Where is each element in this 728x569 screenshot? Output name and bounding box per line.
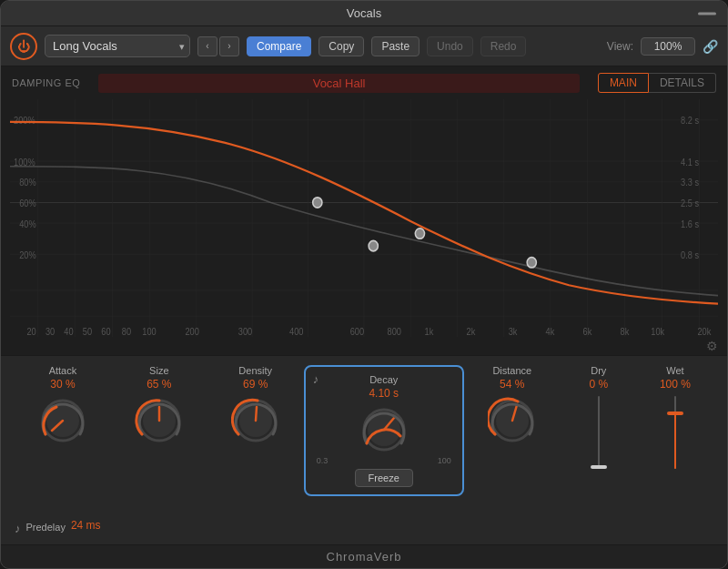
svg-text:6k: 6k: [583, 326, 592, 337]
svg-text:4.1 s: 4.1 s: [681, 157, 699, 168]
svg-text:300: 300: [238, 326, 253, 337]
svg-text:100: 100: [142, 326, 157, 337]
compare-button[interactable]: Compare: [247, 36, 311, 56]
wet-slider-thumb[interactable]: [667, 412, 683, 415]
size-value: 65 %: [147, 378, 171, 391]
svg-text:0.8 s: 0.8 s: [681, 249, 699, 260]
view-label: View:: [607, 40, 633, 53]
wet-slider-container[interactable]: [674, 396, 676, 469]
eq-section: DAMPING EQ Vocal Hall MAIN DETAILS: [1, 66, 727, 355]
main-tab[interactable]: MAIN: [598, 73, 649, 93]
svg-point-36: [313, 198, 322, 208]
wet-fill: [674, 414, 676, 469]
attack-group: Attack 30 %: [15, 365, 111, 445]
svg-text:400: 400: [289, 326, 304, 337]
svg-text:60%: 60%: [19, 198, 36, 209]
svg-text:1.6 s: 1.6 s: [681, 218, 699, 229]
controls-section: Attack 30 % Size 65 %: [1, 355, 727, 519]
svg-text:3.3 s: 3.3 s: [681, 178, 699, 188]
minimize-button[interactable]: [698, 12, 716, 15]
power-button[interactable]: ⏻: [10, 33, 37, 60]
svg-text:10k: 10k: [651, 326, 664, 337]
decay-min: 0.3: [317, 456, 329, 465]
svg-text:20%: 20%: [19, 249, 36, 260]
eq-graph[interactable]: 200% 100% 80% 60% 40% 20% 8.2 s 4.1 s 3.…: [10, 99, 718, 337]
distance-value: 54 %: [500, 378, 524, 391]
view-tabs: MAIN DETAILS: [598, 73, 716, 93]
wet-label: Wet: [666, 365, 683, 376]
preset-selector-wrapper: Long Vocals: [45, 35, 190, 57]
redo-button[interactable]: Redo: [480, 36, 527, 56]
distance-label: Distance: [492, 365, 531, 376]
preset-dropdown[interactable]: Long Vocals: [45, 35, 190, 57]
distance-knob[interactable]: [488, 396, 537, 445]
size-group: Size 65 %: [111, 365, 207, 445]
freeze-button[interactable]: Freeze: [355, 469, 413, 487]
svg-text:40: 40: [64, 326, 74, 337]
dry-slider-track: [598, 396, 600, 469]
attack-knob[interactable]: [38, 396, 87, 445]
svg-text:200%: 200%: [14, 116, 35, 127]
attack-label: Attack: [49, 365, 77, 376]
density-group: Density 69 %: [207, 365, 304, 445]
svg-point-39: [527, 258, 536, 268]
dry-group: Dry 0 %: [561, 365, 637, 469]
nav-back-button[interactable]: ‹: [197, 36, 217, 56]
window-controls: [698, 12, 716, 15]
wet-slider-track: [674, 396, 676, 469]
svg-text:2.5 s: 2.5 s: [681, 198, 699, 209]
density-knob[interactable]: [231, 396, 280, 445]
predelay-value: 24 ms: [71, 519, 101, 532]
preset-name-display: Vocal Hall: [98, 74, 580, 93]
svg-text:200: 200: [185, 326, 199, 337]
svg-text:60: 60: [101, 326, 111, 337]
window-title: Vocals: [347, 6, 381, 20]
svg-text:800: 800: [388, 326, 402, 337]
svg-text:20k: 20k: [697, 326, 711, 337]
dry-slider-thumb[interactable]: [591, 465, 607, 469]
svg-text:3k: 3k: [509, 326, 518, 337]
dry-slider-container[interactable]: [598, 396, 600, 469]
svg-text:80%: 80%: [19, 178, 36, 188]
settings-icon[interactable]: ⚙: [706, 339, 718, 353]
svg-text:8k: 8k: [621, 326, 630, 337]
eq-canvas-svg: 200% 100% 80% 60% 40% 20% 8.2 s 4.1 s 3.…: [10, 99, 718, 337]
title-bar: Vocals: [1, 1, 727, 26]
nav-forward-button[interactable]: ›: [219, 36, 239, 56]
eq-label: DAMPING EQ: [12, 77, 80, 88]
svg-text:80: 80: [122, 326, 132, 337]
svg-text:1k: 1k: [425, 326, 434, 337]
details-tab[interactable]: DETAILS: [649, 73, 716, 93]
view-input[interactable]: [641, 37, 695, 56]
bottom-icon-bar: ⚙: [1, 337, 727, 355]
decay-group: ♪ Decay 4.10 s 0.3 100 Freeze: [304, 365, 464, 496]
svg-point-38: [369, 240, 378, 250]
decay-label: Decay: [369, 374, 398, 385]
undo-button[interactable]: Undo: [427, 36, 473, 56]
wet-group: Wet 100 %: [637, 365, 713, 469]
svg-text:50: 50: [83, 326, 93, 337]
eq-header: DAMPING EQ Vocal Hall MAIN DETAILS: [1, 66, 727, 99]
decay-range: 0.3 100: [317, 456, 451, 465]
paste-button[interactable]: Paste: [371, 36, 420, 56]
distance-group: Distance 54 %: [464, 365, 561, 445]
svg-text:20: 20: [26, 326, 36, 337]
toolbar: ⏻ Long Vocals ‹ › Compare Copy Paste Und…: [1, 26, 727, 66]
predelay-label: Predelay: [26, 522, 66, 533]
svg-text:30: 30: [46, 326, 56, 337]
dry-value: 0 %: [589, 378, 608, 391]
predelay-music-icon: ♪: [15, 522, 21, 535]
size-label: Size: [149, 365, 168, 376]
decay-knob[interactable]: [359, 405, 409, 454]
dry-label: Dry: [591, 365, 606, 376]
svg-point-37: [415, 229, 424, 239]
footer: ChromaVerb: [1, 544, 727, 568]
decay-max: 100: [438, 456, 451, 465]
decay-music-icon: ♪: [313, 372, 319, 386]
size-knob[interactable]: [135, 396, 184, 445]
copy-button[interactable]: Copy: [318, 36, 364, 56]
main-window: Vocals ⏻ Long Vocals ‹ › Compare Copy Pa…: [0, 0, 728, 569]
attack-value: 30 %: [50, 378, 75, 391]
link-icon[interactable]: 🔗: [703, 39, 718, 54]
footer-label: ChromaVerb: [327, 550, 402, 564]
